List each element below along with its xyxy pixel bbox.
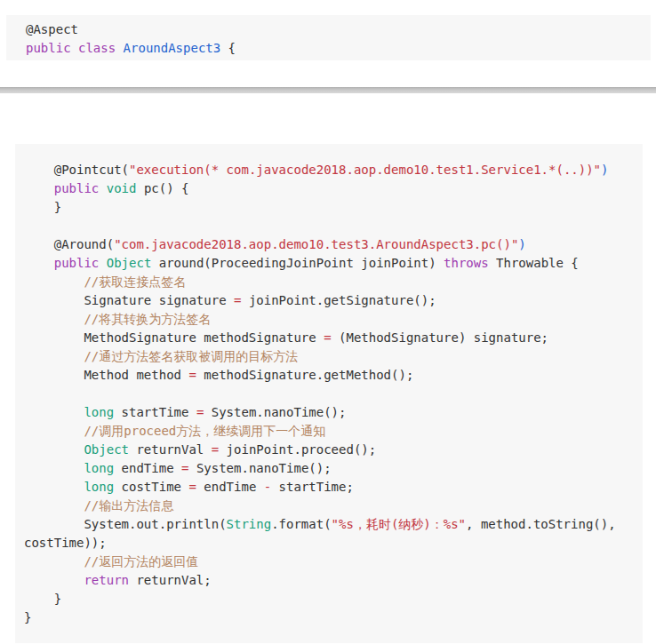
code-token: returnVal; <box>129 573 212 587</box>
code-token: joinPoint.proceed(); <box>219 442 376 457</box>
code-line: //返回方法的返回值 <box>24 553 643 571</box>
code-token: "%s，耗时(纳秒)：%s" <box>332 517 466 531</box>
code-token: System.nanoTime(); <box>188 461 331 475</box>
code-token <box>24 573 84 587</box>
code-token: long <box>84 405 114 419</box>
code-token: throws <box>444 256 489 270</box>
code-token: = <box>212 442 219 457</box>
code-line: long endTime = System.nanoTime(); <box>24 459 643 478</box>
code-token: @Pointcut( <box>24 163 129 177</box>
code-token: "com.javacode2018.aop.demo10.test3.Aroun… <box>114 237 518 251</box>
code-token <box>24 461 84 475</box>
code-line: costTime)); <box>24 534 643 553</box>
code-token <box>24 256 54 270</box>
code-line: public void pc() { <box>24 179 643 198</box>
code-token: void <box>107 181 137 195</box>
code-token: //获取连接点签名 <box>24 274 186 289</box>
code-token: public <box>26 41 71 55</box>
code-token: joinPoint.getSignature(); <box>241 293 436 307</box>
code-token: String <box>227 517 272 531</box>
code-token: startTime; <box>271 480 354 494</box>
code-token: long <box>84 480 114 494</box>
code-token: , method.toString(), <box>466 517 616 531</box>
code-token: Throwable { <box>489 256 579 270</box>
code-line: MethodSignature methodSignature = (Metho… <box>24 329 643 347</box>
code-token: startTime <box>114 405 196 419</box>
code-line: //输出方法信息 <box>24 497 643 515</box>
code-token: Signature signature <box>24 293 234 307</box>
code-line: Method method = methodSignature.getMetho… <box>24 366 643 385</box>
code-token <box>99 256 106 270</box>
code-token: } <box>24 610 31 624</box>
code-token: returnVal <box>129 442 212 457</box>
code-block-around-advice: @Pointcut("execution(* com.javacode2018.… <box>15 144 643 643</box>
code-line: public Object around(ProceedingJoinPoint… <box>24 254 643 273</box>
code-token: ) <box>601 163 608 177</box>
code-line: @Aspect <box>26 20 651 39</box>
article-code-view: @Aspectpublic class AroundAspect3 { @Poi… <box>0 0 656 644</box>
code-token <box>24 405 84 419</box>
code-token: public <box>54 181 100 195</box>
code-token: costTime)); <box>24 536 107 550</box>
code-token: ) <box>518 237 525 251</box>
code-token: Object <box>84 442 129 457</box>
code-line <box>24 217 643 235</box>
code-token: public <box>54 256 100 270</box>
code-line: //通过方法签名获取被调用的目标方法 <box>24 347 643 366</box>
code-token: } <box>24 200 61 214</box>
code-token: costTime <box>114 480 188 494</box>
code-token: MethodSignature methodSignature <box>24 330 324 345</box>
code-token: (MethodSignature) signature; <box>332 330 548 345</box>
code-line: long startTime = System.nanoTime(); <box>24 403 643 422</box>
code-line: @Pointcut("execution(* com.javacode2018.… <box>24 161 643 179</box>
code-block-aspect-class: @Aspectpublic class AroundAspect3 { <box>6 15 651 60</box>
code-line: return returnVal; <box>24 571 643 590</box>
code-token: } <box>24 592 61 606</box>
code-line: } <box>24 198 643 217</box>
code-token: class <box>78 41 116 55</box>
horizontal-divider <box>0 87 656 93</box>
code-token: endTime <box>114 461 181 475</box>
code-token <box>24 442 84 457</box>
code-token <box>24 181 54 195</box>
code-token <box>116 41 123 55</box>
code-token: = <box>188 480 196 494</box>
code-token: endTime <box>196 480 264 494</box>
code-token: return <box>84 573 129 587</box>
code-line: } <box>24 608 643 627</box>
code-token: = <box>324 330 331 345</box>
code-line: long costTime = endTime - startTime; <box>24 478 643 497</box>
code-token: .format( <box>271 517 331 531</box>
code-line: System.out.println(String.format("%s，耗时(… <box>24 515 643 534</box>
code-token: //调用proceed方法，继续调用下一个通知 <box>24 424 325 438</box>
code-token: Object <box>107 256 152 270</box>
code-token <box>71 41 78 55</box>
code-token: //输出方法信息 <box>24 498 173 513</box>
code-token <box>99 181 106 195</box>
code-token: //通过方法签名获取被调用的目标方法 <box>24 349 298 363</box>
code-line: Signature signature = joinPoint.getSigna… <box>24 291 643 310</box>
code-line <box>24 385 643 403</box>
code-token: //将其转换为方法签名 <box>24 312 211 326</box>
code-token: //返回方法的返回值 <box>24 554 198 568</box>
code-token: { <box>220 41 236 55</box>
code-line: //获取连接点签名 <box>24 273 643 291</box>
code-token: methodSignature.getMethod(); <box>196 368 413 382</box>
code-token: @Aspect <box>26 22 78 36</box>
code-token: long <box>84 461 114 475</box>
code-token: - <box>264 480 271 494</box>
code-token: System.nanoTime(); <box>204 405 346 419</box>
code-token: System.out.println( <box>24 517 227 531</box>
code-token: @Around( <box>24 237 114 251</box>
code-token <box>24 480 84 494</box>
code-token: "execution(* com.javacode2018.aop.demo10… <box>129 163 601 177</box>
code-token: pc() { <box>136 181 188 195</box>
code-token: AroundAspect3 <box>124 41 221 55</box>
code-line: //将其转换为方法签名 <box>24 310 643 329</box>
code-line: Object returnVal = joinPoint.proceed(); <box>24 441 643 459</box>
code-line: //调用proceed方法，继续调用下一个通知 <box>24 422 643 441</box>
code-token: Method method <box>24 368 188 382</box>
code-token: = <box>188 368 196 382</box>
code-line: public class AroundAspect3 { <box>26 39 651 58</box>
code-line: } <box>24 590 643 608</box>
